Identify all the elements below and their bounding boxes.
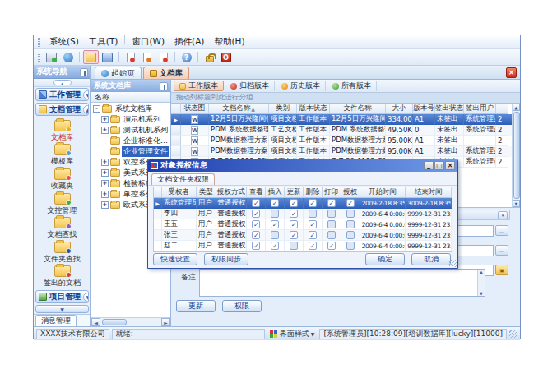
checkbox-checked-icon[interactable]	[271, 242, 279, 250]
permission-button[interactable]: 权限	[222, 300, 262, 312]
checkbox-checked-icon[interactable]	[346, 199, 355, 207]
checkbox-checked-icon[interactable]	[252, 242, 260, 250]
checkbox-checked-icon[interactable]	[290, 231, 298, 239]
sidebar-collapse-strip[interactable]: ▴	[34, 79, 90, 87]
globe-button[interactable]	[60, 50, 76, 64]
menu-item[interactable]: 系统(S)	[44, 35, 84, 48]
tree-column-header[interactable]: 名称	[91, 92, 170, 103]
sidebar-section-work[interactable]: 工作管理 ▼	[35, 88, 89, 101]
minimize-icon[interactable]: _	[424, 161, 434, 170]
column-header[interactable]: 状态图	[181, 104, 209, 114]
checkbox-unchecked-icon[interactable]	[327, 210, 336, 218]
open-folder-icon[interactable]: ▣	[495, 265, 508, 275]
column-header[interactable]: 版本状态	[297, 104, 330, 114]
menu-item[interactable]: 帮助(H)	[209, 35, 249, 48]
dialog-title-bar[interactable]: 对象授权信息 _ □ ×	[148, 159, 457, 172]
sidebar-item-5[interactable]: 文档查找	[34, 216, 90, 241]
perm-sync-button[interactable]: 权限同步	[204, 253, 248, 265]
checkbox-checked-icon[interactable]	[309, 199, 317, 207]
checkbox-unchecked-icon[interactable]	[327, 220, 336, 228]
ok-button[interactable]: 确定	[365, 253, 405, 265]
pin-icon[interactable]	[80, 68, 88, 76]
tab-document-library[interactable]: 文档库	[143, 67, 190, 79]
chevron-down-icon[interactable]: ▼	[83, 293, 89, 302]
checkbox-unchecked-icon[interactable]	[327, 231, 336, 239]
chevron-down-icon[interactable]: ▼	[83, 90, 89, 99]
sidebar-section-projects[interactable]: 项目管理 ▼	[35, 290, 89, 303]
checkbox-unchecked-icon[interactable]	[346, 242, 355, 250]
version-tab-2[interactable]: 归档版本	[225, 81, 275, 91]
column-header[interactable]: 签出状态	[435, 104, 464, 114]
tab-start-page[interactable]: 起始页	[95, 67, 142, 79]
column-header[interactable]: 删除	[304, 187, 323, 198]
sidebar-collapse-strip[interactable]: ▼	[35, 305, 89, 313]
sidebar-section-documents[interactable]: 文档管理 ▲	[35, 103, 89, 116]
expand-icon[interactable]: +	[101, 127, 109, 134]
maximize-icon[interactable]: □	[434, 161, 444, 170]
checkbox-checked-icon[interactable]	[290, 220, 298, 228]
close-tab-icon[interactable]: ×	[506, 67, 517, 78]
column-header[interactable]: 打印	[323, 187, 341, 198]
resize-grip[interactable]	[509, 330, 517, 338]
vertical-scrollbar[interactable]: ▲ ▼	[512, 104, 520, 207]
sidebar-item-4[interactable]: 文控管理	[34, 192, 90, 217]
expand-icon[interactable]: +	[101, 116, 109, 123]
column-header[interactable]: 签出用户	[464, 104, 496, 114]
ellipsis-button[interactable]: …	[495, 225, 508, 236]
tree-node[interactable]: -系统文档库	[91, 104, 170, 114]
cancel-button[interactable]: 取消	[411, 253, 451, 265]
toolbar-grip[interactable]	[38, 53, 40, 62]
column-header[interactable]: 版本号	[413, 104, 435, 114]
checkbox-checked-icon[interactable]	[252, 220, 260, 228]
version-tab-1[interactable]: 工作版本	[174, 81, 224, 91]
tree-node[interactable]: 企业标准化文件	[91, 136, 170, 146]
pin-icon[interactable]	[160, 82, 168, 90]
column-header[interactable]: 结束时间	[406, 187, 452, 198]
checkbox-checked-icon[interactable]	[290, 199, 298, 207]
permission-row[interactable]: 张三用户普通授权2009-6-4 0:00:009999-12-31 23:59…	[154, 230, 452, 241]
menu-item[interactable]: 工具(T)	[84, 35, 123, 48]
exit-button[interactable]	[218, 50, 234, 64]
column-header[interactable]: 文档名称▲	[209, 104, 269, 114]
table-row[interactable]: WPDM 系统数据整理检...工艺文档工作版本PDM 系统数据整理...49.5…	[171, 125, 512, 136]
column-header[interactable]: 受权者	[162, 187, 197, 198]
expand-icon[interactable]: ▾	[498, 211, 508, 219]
scroll-right-icon[interactable]: ►	[161, 318, 170, 326]
menu-item[interactable]: 窗口(W)	[127, 35, 169, 48]
update-button[interactable]: 更新	[176, 300, 216, 312]
doc-checkin-button[interactable]	[155, 50, 171, 64]
scroll-up-icon[interactable]: ▲	[513, 104, 520, 111]
tree-node[interactable]: +演示机系列	[91, 114, 170, 125]
column-header[interactable]: 授权	[341, 187, 360, 198]
checkbox-unchecked-icon[interactable]	[309, 210, 317, 218]
toolbar-grip[interactable]	[38, 38, 40, 47]
tab-messages[interactable]: 消息管理	[35, 315, 77, 326]
checkbox-checked-icon[interactable]	[309, 220, 317, 228]
column-header[interactable]: 大小	[386, 104, 413, 114]
window-button[interactable]	[100, 50, 115, 64]
permission-row[interactable]: 王五用户普通授权2009-6-4 0:00:009999-12-31 23:59…	[154, 219, 452, 230]
scroll-thumb[interactable]	[102, 319, 127, 325]
column-header[interactable]: 类型	[197, 187, 216, 198]
collapse-icon[interactable]: -	[93, 105, 100, 113]
sidebar-item-1[interactable]: 文档库	[34, 119, 90, 144]
column-header[interactable]	[496, 104, 508, 114]
tree-node[interactable]: +测试机机系列	[91, 125, 170, 136]
sidebar-item-3[interactable]: 收藏夹	[34, 168, 90, 192]
checkbox-checked-icon[interactable]	[271, 199, 279, 207]
permission-row[interactable]: 李四用户普通授权2009-6-4 0:00:009999-12-31 23:59…	[154, 209, 452, 219]
checkbox-checked-icon[interactable]	[309, 231, 317, 239]
checkbox-checked-icon[interactable]	[309, 242, 317, 250]
column-header[interactable]: 插入	[266, 187, 285, 198]
version-tab-4[interactable]: 所有版本	[327, 81, 377, 91]
checkbox-checked-icon[interactable]	[252, 210, 260, 218]
chevron-up-icon[interactable]: ▲	[83, 105, 89, 114]
checkbox-unchecked-icon[interactable]	[346, 231, 355, 239]
version-tab-3[interactable]: 历史版本	[276, 81, 326, 91]
column-header[interactable]: 查看	[247, 187, 266, 198]
expand-icon[interactable]: +	[101, 180, 109, 187]
sidebar-item-6[interactable]: 文件夹查找	[34, 241, 90, 265]
doc-new-button[interactable]	[123, 50, 138, 64]
checkbox-checked-icon[interactable]	[252, 231, 260, 239]
menu-item[interactable]: 插件(A)	[169, 35, 209, 48]
